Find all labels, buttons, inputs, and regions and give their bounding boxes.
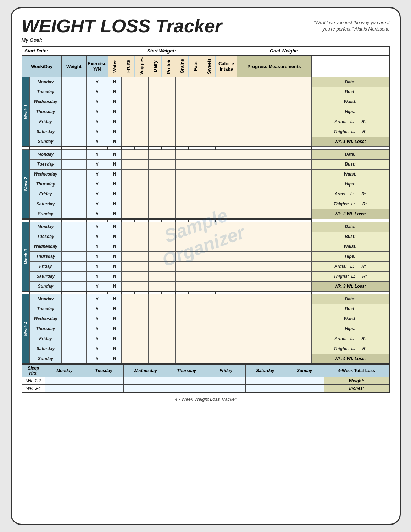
weight-wednesday-w3[interactable]	[62, 242, 87, 251]
fats-sunday-w4[interactable]	[202, 354, 216, 364]
weight-friday-w1[interactable]	[62, 117, 87, 127]
dairy-tuesday-w1[interactable]	[162, 87, 175, 97]
sleep-thu-34[interactable]	[167, 385, 206, 393]
exercise-n-saturday-w2[interactable]: N	[108, 199, 121, 209]
sweets-friday-w4[interactable]	[216, 334, 237, 344]
exercise-y-monday-w3[interactable]: Y	[87, 222, 108, 232]
exercise-y-saturday-w2[interactable]: Y	[87, 199, 108, 209]
sweets-sunday-w3[interactable]	[216, 281, 237, 291]
exercise-y-saturday-w4[interactable]: Y	[87, 344, 108, 354]
exercise-y-wednesday-w4[interactable]: Y	[87, 314, 108, 324]
weight-wednesday-w2[interactable]	[62, 169, 87, 179]
dairy-tuesday-w4[interactable]	[162, 304, 175, 314]
exercise-y-sunday-w3[interactable]: Y	[87, 281, 108, 291]
veggies-monday-w4[interactable]	[148, 294, 162, 304]
protein-thursday-w3[interactable]	[175, 251, 189, 261]
sweets-monday-w4[interactable]	[216, 294, 237, 304]
calorie-monday-w3[interactable]	[237, 222, 311, 232]
grains-sunday-w4[interactable]	[189, 354, 202, 364]
veggies-sunday-w2[interactable]	[148, 209, 162, 219]
weight-tuesday-w3[interactable]	[62, 232, 87, 242]
fats-saturday-w4[interactable]	[202, 344, 216, 354]
fats-sunday-w2[interactable]	[202, 209, 216, 219]
sweets-sunday-w4[interactable]	[216, 354, 237, 364]
grains-sunday-w3[interactable]	[189, 281, 202, 291]
grains-sunday-w1[interactable]	[189, 137, 202, 146]
water-thursday-w4[interactable]	[121, 324, 135, 334]
protein-sunday-w2[interactable]	[175, 209, 189, 219]
weight-sunday-w4[interactable]	[62, 354, 87, 364]
calorie-friday-w2[interactable]	[237, 189, 311, 199]
exercise-n-thursday-w4[interactable]: N	[108, 324, 121, 334]
weight-friday-w2[interactable]	[62, 189, 87, 199]
weight-tuesday-w4[interactable]	[62, 304, 87, 314]
sweets-wednesday-w1[interactable]	[216, 97, 237, 107]
veggies-sunday-w4[interactable]	[148, 354, 162, 364]
dairy-friday-w2[interactable]	[162, 189, 175, 199]
dairy-tuesday-w2[interactable]	[162, 159, 175, 169]
grains-wednesday-w4[interactable]	[189, 314, 202, 324]
protein-monday-w3[interactable]	[175, 222, 189, 232]
exercise-y-wednesday-w1[interactable]: Y	[87, 97, 108, 107]
exercise-y-sunday-w2[interactable]: Y	[87, 209, 108, 219]
calorie-sunday-w2[interactable]	[237, 209, 311, 219]
fats-saturday-w3[interactable]	[202, 271, 216, 281]
exercise-y-tuesday-w2[interactable]: Y	[87, 159, 108, 169]
exercise-n-tuesday-w1[interactable]: N	[108, 87, 121, 97]
grains-friday-w1[interactable]	[189, 117, 202, 127]
grains-sunday-w2[interactable]	[189, 209, 202, 219]
dairy-sunday-w4[interactable]	[162, 354, 175, 364]
grains-thursday-w2[interactable]	[189, 179, 202, 189]
calorie-wednesday-w4[interactable]	[237, 314, 311, 324]
exercise-y-saturday-w1[interactable]: Y	[87, 127, 108, 137]
protein-sunday-w3[interactable]	[175, 281, 189, 291]
dairy-wednesday-w1[interactable]	[162, 97, 175, 107]
fats-thursday-w2[interactable]	[202, 179, 216, 189]
fruits-friday-w3[interactable]	[135, 261, 148, 271]
exercise-y-monday-w4[interactable]: Y	[87, 294, 108, 304]
water-saturday-w4[interactable]	[121, 344, 135, 354]
grains-saturday-w4[interactable]	[189, 344, 202, 354]
dairy-friday-w3[interactable]	[162, 261, 175, 271]
fats-friday-w3[interactable]	[202, 261, 216, 271]
sweets-monday-w1[interactable]	[216, 77, 237, 87]
fats-wednesday-w4[interactable]	[202, 314, 216, 324]
protein-monday-w4[interactable]	[175, 294, 189, 304]
fats-sunday-w3[interactable]	[202, 281, 216, 291]
weight-saturday-w3[interactable]	[62, 271, 87, 281]
fats-friday-w4[interactable]	[202, 334, 216, 344]
protein-friday-w4[interactable]	[175, 334, 189, 344]
exercise-n-monday-w1[interactable]: N	[108, 77, 121, 87]
fats-thursday-w4[interactable]	[202, 324, 216, 334]
exercise-n-thursday-w3[interactable]: N	[108, 251, 121, 261]
exercise-y-tuesday-w3[interactable]: Y	[87, 232, 108, 242]
sleep-wed-34[interactable]	[123, 385, 167, 393]
fruits-monday-w1[interactable]	[135, 77, 148, 87]
calorie-saturday-w2[interactable]	[237, 199, 311, 209]
protein-tuesday-w1[interactable]	[175, 87, 189, 97]
sleep-wed-12[interactable]	[123, 377, 167, 385]
exercise-y-monday-w1[interactable]: Y	[87, 77, 108, 87]
grains-wednesday-w3[interactable]	[189, 242, 202, 251]
sweets-thursday-w4[interactable]	[216, 324, 237, 334]
veggies-tuesday-w2[interactable]	[148, 159, 162, 169]
water-wednesday-w3[interactable]	[121, 242, 135, 251]
weight-friday-w4[interactable]	[62, 334, 87, 344]
dairy-sunday-w3[interactable]	[162, 281, 175, 291]
veggies-tuesday-w1[interactable]	[148, 87, 162, 97]
weight-saturday-w4[interactable]	[62, 344, 87, 354]
fats-monday-w3[interactable]	[202, 222, 216, 232]
sleep-sun-12[interactable]	[285, 377, 324, 385]
exercise-y-wednesday-w3[interactable]: Y	[87, 242, 108, 251]
sweets-thursday-w1[interactable]	[216, 107, 237, 117]
sweets-saturday-w3[interactable]	[216, 271, 237, 281]
veggies-sunday-w1[interactable]	[148, 137, 162, 146]
exercise-y-sunday-w1[interactable]: Y	[87, 137, 108, 146]
veggies-monday-w1[interactable]	[148, 77, 162, 87]
sweets-sunday-w2[interactable]	[216, 209, 237, 219]
fruits-saturday-w2[interactable]	[135, 199, 148, 209]
exercise-y-friday-w2[interactable]: Y	[87, 189, 108, 199]
exercise-n-friday-w3[interactable]: N	[108, 261, 121, 271]
sweets-friday-w1[interactable]	[216, 117, 237, 127]
water-friday-w2[interactable]	[121, 189, 135, 199]
